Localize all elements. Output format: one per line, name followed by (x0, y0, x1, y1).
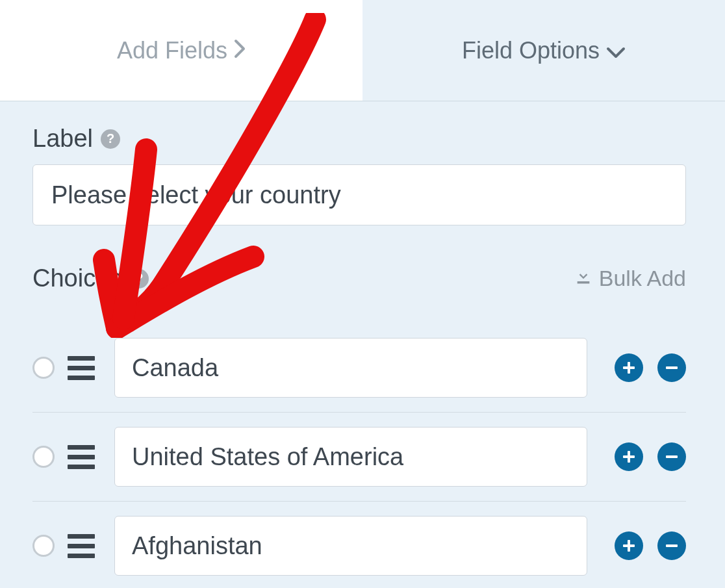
svg-rect-4 (623, 455, 635, 458)
remove-choice-button[interactable] (657, 353, 686, 382)
default-radio[interactable] (32, 535, 55, 557)
chevron-right-icon (234, 37, 246, 64)
choices-label-row: Choices ? (32, 264, 149, 292)
tab-field-options-label: Field Options (462, 37, 600, 64)
drag-handle-icon[interactable] (66, 356, 96, 380)
tab-field-options[interactable]: Field Options (363, 0, 725, 101)
svg-rect-8 (666, 544, 678, 547)
bulk-add-button[interactable]: Bulk Add (574, 266, 686, 291)
choice-actions (615, 531, 686, 560)
default-radio[interactable] (32, 357, 55, 379)
choices-header: Choices ? Bulk Add (32, 264, 686, 292)
help-icon[interactable]: ? (101, 129, 120, 149)
choice-input[interactable] (114, 516, 587, 576)
svg-rect-1 (623, 366, 635, 369)
svg-rect-2 (666, 366, 678, 369)
choice-actions (615, 442, 686, 471)
label-title: Label (32, 125, 93, 153)
tab-add-fields-label: Add Fields (117, 37, 227, 64)
add-choice-button[interactable] (615, 531, 643, 560)
tabs-container: Add Fields Field Options (0, 0, 725, 101)
default-radio[interactable] (32, 446, 55, 468)
remove-choice-button[interactable] (657, 531, 686, 560)
tab-add-fields[interactable]: Add Fields (0, 0, 363, 101)
add-choice-button[interactable] (615, 442, 643, 471)
choice-input[interactable] (114, 338, 587, 398)
bulk-add-label: Bulk Add (599, 266, 686, 291)
svg-rect-7 (623, 544, 635, 547)
download-icon (574, 266, 592, 291)
choice-actions (615, 353, 686, 382)
drag-handle-icon[interactable] (66, 534, 96, 558)
drag-handle-icon[interactable] (66, 445, 96, 469)
panel-content: Label ? Choices ? Bulk Add (0, 101, 725, 588)
choice-row (32, 502, 686, 588)
label-row: Label ? (32, 125, 686, 153)
choice-input[interactable] (114, 427, 587, 487)
choice-row (32, 413, 686, 502)
help-icon[interactable]: ? (129, 269, 149, 288)
label-input[interactable] (32, 164, 686, 225)
choice-row (32, 324, 686, 413)
svg-rect-5 (666, 455, 678, 458)
add-choice-button[interactable] (615, 353, 643, 382)
choices-title: Choices (32, 264, 121, 292)
remove-choice-button[interactable] (657, 442, 686, 471)
chevron-down-icon (606, 37, 626, 64)
